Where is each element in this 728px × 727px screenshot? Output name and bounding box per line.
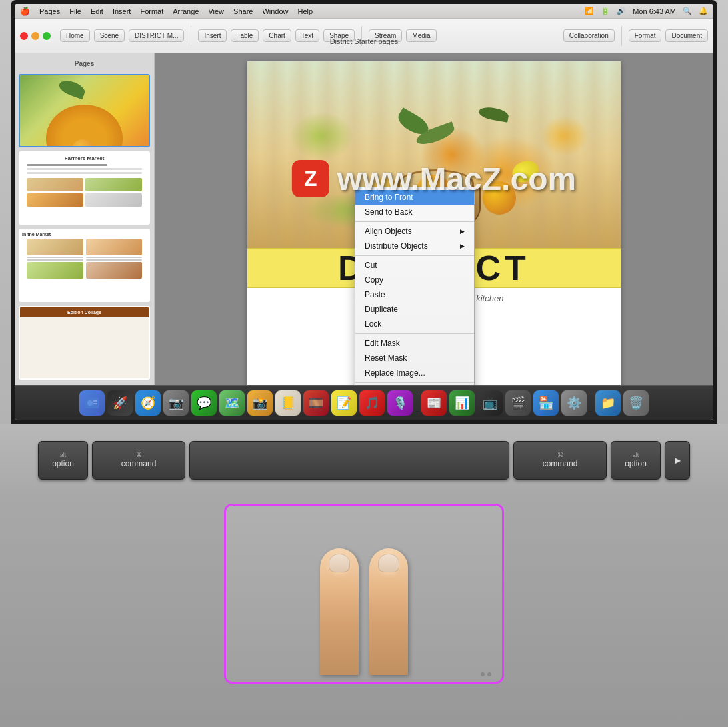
dock-maps[interactable]: 🗺️ xyxy=(219,390,245,416)
t2grid xyxy=(27,178,143,207)
key-left-cmd-top: ⌘ xyxy=(136,452,142,459)
dock-trash[interactable]: 🗑️ xyxy=(623,390,649,416)
finger-right-nail xyxy=(378,554,399,572)
search-icon[interactable]: 🔍 xyxy=(683,7,692,15)
fullscreen-button[interactable] xyxy=(43,32,51,40)
dock-photos[interactable]: 📸 xyxy=(247,390,273,416)
dock-screencapture[interactable]: 🎬 xyxy=(505,390,531,416)
ctx-align-objects[interactable]: Align Objects ▶ xyxy=(355,224,474,239)
window-controls xyxy=(20,32,51,40)
laptop-shell: 🍎 Pages File Edit Insert Format Arrange … xyxy=(0,0,728,727)
dock-safari[interactable]: 🧭 xyxy=(135,390,161,416)
minimize-button[interactable] xyxy=(31,32,39,40)
key-left-alt[interactable]: alt option xyxy=(38,441,88,480)
battery-icon: 🔋 xyxy=(601,7,610,15)
ctx-distribute-objects[interactable]: Distribute Objects ▶ xyxy=(355,239,474,253)
key-right-arrow[interactable]: ▶ xyxy=(665,441,690,480)
dock-finder[interactable] xyxy=(79,390,105,416)
menu-window[interactable]: Window xyxy=(262,7,288,15)
dock-contacts[interactable]: 📒 xyxy=(275,390,301,416)
dock-messages[interactable]: 💬 xyxy=(191,390,217,416)
menu-arrange[interactable]: Arrange xyxy=(173,7,199,15)
ctx-paste[interactable]: Paste xyxy=(355,287,474,302)
ctx-cut[interactable]: Cut xyxy=(355,258,474,273)
keyboard-row: alt option ⌘ command ⌘ command alt optio… xyxy=(38,441,690,480)
dock-keynote[interactable]: 🎞️ xyxy=(303,390,329,416)
key-right-alt-bottom: option xyxy=(625,459,647,468)
toolbar-collaborate-btn[interactable]: Collaboration xyxy=(563,29,615,42)
panel-header: Pages xyxy=(19,59,150,70)
ctx-lock[interactable]: Lock xyxy=(355,317,474,331)
dock-podcasts[interactable]: 🎙️ xyxy=(387,390,413,416)
menu-pages[interactable]: Pages xyxy=(39,7,60,15)
menu-help[interactable]: Help xyxy=(298,7,313,15)
toolbar-text-btn[interactable]: Text xyxy=(295,29,319,42)
toolbar-document-btn[interactable]: Document xyxy=(665,29,708,42)
doc-canvas[interactable]: DISTRICT Home-style produce for your kit… xyxy=(155,53,713,385)
dock-appstore[interactable]: 🏪 xyxy=(533,390,559,416)
key-left-alt-bottom: option xyxy=(52,459,74,468)
dock-sysprefs[interactable]: ⚙️ xyxy=(561,390,587,416)
trackpad[interactable] xyxy=(224,504,504,684)
thumb-leaf1 xyxy=(57,78,87,99)
dock-tv[interactable]: 📺 xyxy=(477,390,503,416)
key-right-alt[interactable]: alt option xyxy=(611,441,661,480)
t3img4 xyxy=(86,262,143,279)
toolbar-scene-btn[interactable]: Scene xyxy=(94,29,125,42)
keyboard-area: alt option ⌘ command ⌘ command alt optio… xyxy=(0,424,728,497)
menu-file[interactable]: File xyxy=(69,7,81,15)
toolbar-format-btn[interactable]: Format xyxy=(629,29,662,42)
menu-bar: 🍎 Pages File Edit Insert Format Arrange … xyxy=(15,4,713,19)
key-arrow-label: ▶ xyxy=(675,456,681,465)
close-button[interactable] xyxy=(20,32,28,40)
dock-news[interactable]: 📰 xyxy=(421,390,447,416)
page-thumb-3[interactable]: In the Market xyxy=(19,229,150,302)
thumb-orange1 xyxy=(71,139,95,147)
ctx-edit-mask[interactable]: Edit Mask xyxy=(355,336,474,351)
menu-share[interactable]: Share xyxy=(233,7,253,15)
notifications-icon[interactable]: 🔔 xyxy=(699,7,708,15)
finger-left xyxy=(320,548,359,675)
ctx-copy[interactable]: Copy xyxy=(355,273,474,287)
distribute-arrow: ▶ xyxy=(460,243,465,249)
t3l2 xyxy=(27,259,83,261)
trackpad-dots xyxy=(481,672,491,676)
toolbar-media-btn[interactable]: Media xyxy=(406,29,436,42)
menu-insert[interactable]: Insert xyxy=(113,7,131,15)
thumb4-title: Edition Collage xyxy=(20,307,149,317)
toolbar-insert-btn[interactable]: Insert xyxy=(198,29,227,42)
toolbar-title-btn[interactable]: DISTRICT M... xyxy=(129,29,184,42)
toolbar-home-btn[interactable]: Home xyxy=(60,29,90,42)
dock-notes[interactable]: 📝 xyxy=(331,390,357,416)
dock-music[interactable]: 🎵 xyxy=(359,390,385,416)
ctx-duplicate[interactable]: Duplicate xyxy=(355,302,474,317)
pages-toolbar: Home Scene DISTRICT M... Insert Table Ch… xyxy=(15,19,713,53)
key-right-cmd[interactable]: ⌘ command xyxy=(513,441,607,480)
document-title: District Starter pages xyxy=(330,37,399,45)
apple-menu[interactable]: 🍎 xyxy=(20,7,30,16)
orange-3 xyxy=(483,181,516,215)
dock-photobooth[interactable]: 📷 xyxy=(163,390,189,416)
key-left-cmd[interactable]: ⌘ command xyxy=(92,441,185,480)
thumb1-image xyxy=(20,75,149,147)
page-thumb-4[interactable]: Edition Collage xyxy=(19,306,150,380)
toolbar-chart-btn[interactable]: Chart xyxy=(263,29,291,42)
dock-folder[interactable]: 📁 xyxy=(595,390,621,416)
dock-launchpad[interactable]: 🚀 xyxy=(107,390,133,416)
wifi-icon: 📶 xyxy=(585,7,594,15)
ctx-reset-mask[interactable]: Reset Mask xyxy=(355,351,474,366)
t3img2 xyxy=(27,262,83,279)
ctx-send-to-back[interactable]: Send to Back xyxy=(355,205,474,219)
t2l2 xyxy=(27,168,143,170)
menu-view[interactable]: View xyxy=(208,7,224,15)
thumb3-right xyxy=(86,239,143,280)
ctx-bring-to-front[interactable]: Bring to Front xyxy=(355,190,474,205)
toolbar-table-btn[interactable]: Table xyxy=(231,29,259,42)
ctx-replace-image[interactable]: Replace Image... xyxy=(355,366,474,380)
key-spacebar[interactable] xyxy=(189,441,509,480)
page-thumb-1[interactable]: DISTRICT Farmers Market xyxy=(19,74,150,147)
menu-format[interactable]: Format xyxy=(140,7,163,15)
menu-edit[interactable]: Edit xyxy=(91,7,103,15)
dock-numbers[interactable]: 📊 xyxy=(449,390,475,416)
page-thumb-2[interactable]: Farmers Market xyxy=(19,151,150,225)
